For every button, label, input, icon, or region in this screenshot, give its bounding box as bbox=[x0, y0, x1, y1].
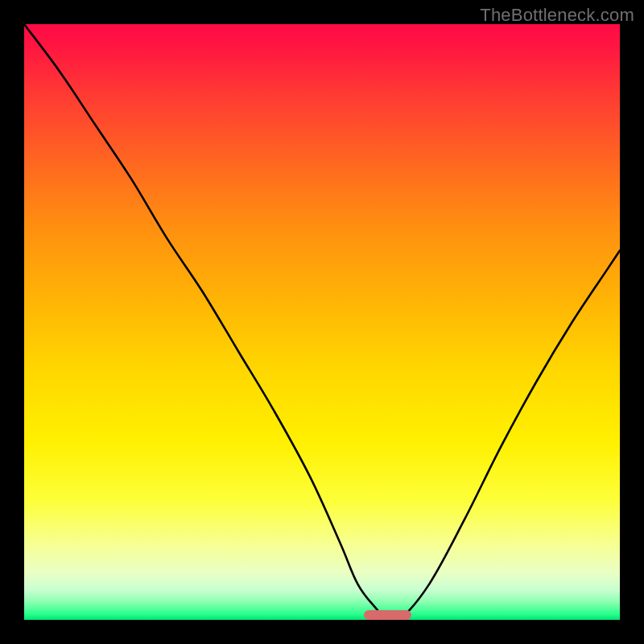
watermark-text: TheBottleneck.com bbox=[480, 5, 634, 26]
optimal-range-marker bbox=[364, 610, 411, 620]
chart-stage: TheBottleneck.com bbox=[0, 0, 644, 644]
severity-gradient bbox=[24, 24, 620, 620]
plot-area bbox=[24, 24, 620, 620]
